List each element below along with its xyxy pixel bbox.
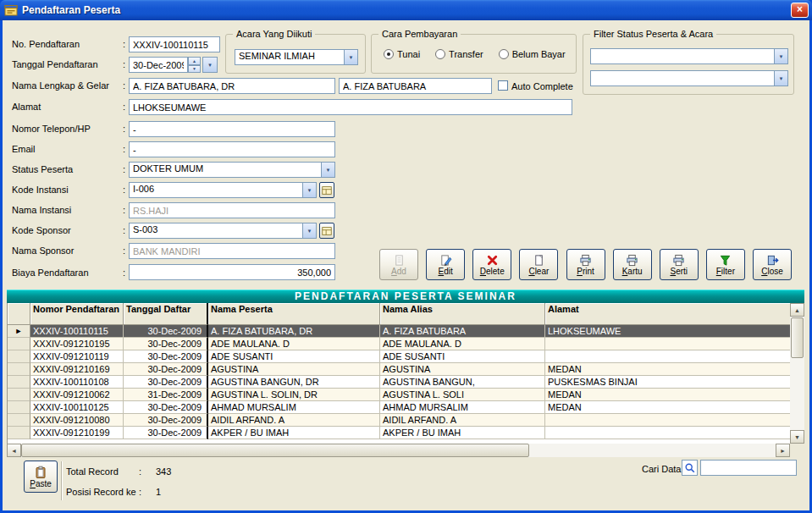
- biaya-input[interactable]: [129, 264, 335, 280]
- cell-tanggal[interactable]: 30-Dec-2009: [124, 350, 208, 363]
- alamat-input[interactable]: [129, 99, 572, 115]
- cell-alamat[interactable]: MEDAN: [545, 363, 790, 376]
- chevron-down-icon[interactable]: ▼: [302, 183, 316, 197]
- kode-instansi-select[interactable]: I-006 ▼: [129, 182, 317, 198]
- cell-nama[interactable]: AHMAD MURSALIM: [208, 401, 380, 414]
- cell-alias[interactable]: ADE MAULANA. D: [380, 338, 545, 350]
- nama-alias-input[interactable]: [339, 78, 492, 94]
- edit-button[interactable]: Edit: [426, 249, 465, 280]
- vertical-scrollbar[interactable]: ▲ ▼: [790, 303, 804, 444]
- date-spinner[interactable]: ▲▼: [188, 57, 201, 73]
- cell-nama[interactable]: ADE SUSANTI: [208, 350, 380, 363]
- cell-nama[interactable]: A. FIZA BATUBARA, DR: [208, 325, 380, 338]
- cell-nomor[interactable]: XXXIV-091210062: [30, 389, 124, 401]
- chevron-down-icon[interactable]: ▼: [774, 71, 787, 86]
- filter-acara-select[interactable]: ▼: [590, 70, 788, 86]
- scroll-left-icon[interactable]: ◄: [7, 444, 21, 457]
- no-pendaftaran-input[interactable]: [129, 36, 220, 52]
- cell-nomor[interactable]: XXXIV-091210080: [30, 414, 124, 427]
- filter-status-select[interactable]: ▼: [590, 48, 788, 64]
- cell-nomor[interactable]: XXXIV-091210195: [30, 338, 124, 350]
- cell-alias[interactable]: AGUSTINA: [380, 363, 545, 376]
- header-alias[interactable]: Nama Alias: [380, 303, 545, 325]
- close-window-button[interactable]: ×: [791, 3, 809, 18]
- row-selector-cell[interactable]: [8, 338, 30, 350]
- table-row[interactable]: XXXIV-09121016930-Dec-2009AGUSTINAAGUSTI…: [8, 363, 790, 376]
- auto-complete-checkbox[interactable]: [498, 80, 508, 91]
- header-alamat[interactable]: Alamat: [545, 303, 791, 325]
- row-selector-cell[interactable]: [8, 363, 30, 376]
- cell-nomor[interactable]: XXXIV-100110125: [30, 401, 124, 414]
- header-nomor[interactable]: Nomor Pendaftaran: [30, 303, 124, 325]
- table-row[interactable]: XXXIV-10011012530-Dec-2009AHMAD MURSALIM…: [8, 401, 790, 414]
- radio-dot[interactable]: [384, 49, 394, 59]
- row-selector-cell[interactable]: [8, 350, 30, 363]
- scroll-up-icon[interactable]: ▲: [790, 303, 804, 317]
- table-row[interactable]: XXXIV-09121008030-Dec-2009AIDIL ARFAND. …: [8, 414, 790, 427]
- cell-alias[interactable]: ADE SUSANTI: [380, 350, 545, 363]
- serti-button[interactable]: Serti: [660, 249, 699, 280]
- nama-sponsor-input[interactable]: [129, 243, 335, 259]
- cell-tanggal[interactable]: 30-Dec-2009: [124, 401, 208, 414]
- delete-button[interactable]: Delete: [472, 249, 511, 280]
- header-nama[interactable]: Nama Peserta: [208, 303, 380, 325]
- cell-tanggal[interactable]: 30-Dec-2009: [124, 325, 208, 338]
- spin-down-icon[interactable]: ▼: [188, 65, 201, 74]
- cell-tanggal[interactable]: 31-Dec-2009: [124, 389, 208, 401]
- table-row[interactable]: XXXIV-09121019930-Dec-2009AKPER / BU IMA…: [8, 427, 790, 439]
- table-row[interactable]: XXXIV-09121006231-Dec-2009AGUSTINA L. SO…: [8, 389, 790, 401]
- print-button[interactable]: Print: [566, 249, 605, 280]
- vertical-scroll-thumb[interactable]: [791, 317, 804, 358]
- cell-alamat[interactable]: [545, 338, 790, 350]
- table-row[interactable]: ►XXXIV-10011011530-Dec-2009A. FIZA BATUB…: [8, 325, 790, 338]
- cell-alamat[interactable]: PUSKESMAS BINJAI: [545, 376, 790, 389]
- cell-tanggal[interactable]: 30-Dec-2009: [124, 338, 208, 350]
- horizontal-scrollbar[interactable]: ◄ ►: [7, 444, 790, 457]
- radio-belum-bayar[interactable]: Belum Bayar: [499, 49, 566, 59]
- acara-select[interactable]: SEMINAR ILMIAH ▼: [235, 49, 358, 65]
- search-button[interactable]: [682, 460, 698, 476]
- cell-alias[interactable]: AHMAD MURSALIM: [380, 401, 545, 414]
- cell-nama[interactable]: AKPER / BU IMAH: [208, 427, 380, 439]
- cell-nama[interactable]: AIDIL ARFAND. A: [208, 414, 380, 427]
- cell-alamat[interactable]: [545, 350, 790, 363]
- spin-up-icon[interactable]: ▲: [188, 57, 201, 65]
- cell-nomor[interactable]: XXXIV-100110108: [30, 376, 124, 389]
- cell-tanggal[interactable]: 30-Dec-2009: [124, 427, 208, 439]
- cell-alias[interactable]: AKPER / BU IMAH: [380, 427, 545, 439]
- chevron-down-icon[interactable]: ▼: [344, 50, 357, 64]
- telepon-input[interactable]: [129, 121, 335, 137]
- scroll-down-icon[interactable]: ▼: [790, 430, 804, 444]
- paste-button[interactable]: Paste: [24, 461, 58, 493]
- cell-alias[interactable]: AGUSTINA BANGUN,: [380, 376, 545, 389]
- kartu-button[interactable]: Kartu: [613, 249, 652, 280]
- filter-button[interactable]: Filter: [706, 249, 745, 280]
- row-selector-cell[interactable]: [8, 427, 30, 439]
- cell-alias[interactable]: AIDIL ARFAND. A: [380, 414, 545, 427]
- cell-nama[interactable]: AGUSTINA: [208, 363, 380, 376]
- cell-nomor[interactable]: XXXIV-091210169: [30, 363, 124, 376]
- row-selector-cell[interactable]: ►: [8, 325, 30, 338]
- status-peserta-select[interactable]: DOKTER UMUM ▼: [129, 162, 335, 178]
- cell-alias[interactable]: A. FIZA BATUBARA: [380, 325, 545, 338]
- chevron-down-icon[interactable]: ▼: [321, 163, 334, 177]
- cell-alamat[interactable]: [545, 427, 790, 439]
- cell-alamat[interactable]: MEDAN: [545, 401, 790, 414]
- cell-tanggal[interactable]: 30-Dec-2009: [124, 363, 208, 376]
- cell-nama[interactable]: ADE MAULANA. D: [208, 338, 380, 350]
- header-tanggal[interactable]: Tanggal Daftar: [124, 303, 208, 325]
- chevron-down-icon[interactable]: ▼: [774, 49, 787, 63]
- cell-alamat[interactable]: MEDAN: [545, 389, 790, 401]
- cari-input[interactable]: [700, 460, 797, 476]
- row-selector-cell[interactable]: [8, 401, 30, 414]
- cell-nama[interactable]: AGUSTINA L. SOLIN, DR: [208, 389, 380, 401]
- radio-transfer[interactable]: Transfer: [435, 49, 483, 59]
- radio-dot[interactable]: [435, 49, 445, 59]
- horizontal-scroll-thumb[interactable]: [21, 444, 529, 457]
- cell-tanggal[interactable]: 30-Dec-2009: [124, 414, 208, 427]
- kode-sponsor-select[interactable]: S-003 ▼: [129, 223, 317, 239]
- date-dropdown-button[interactable]: ▼: [202, 57, 218, 73]
- add-button[interactable]: Add: [379, 249, 418, 280]
- scroll-right-icon[interactable]: ►: [776, 444, 790, 457]
- cell-alamat[interactable]: LHOKSEUMAWE: [545, 325, 790, 338]
